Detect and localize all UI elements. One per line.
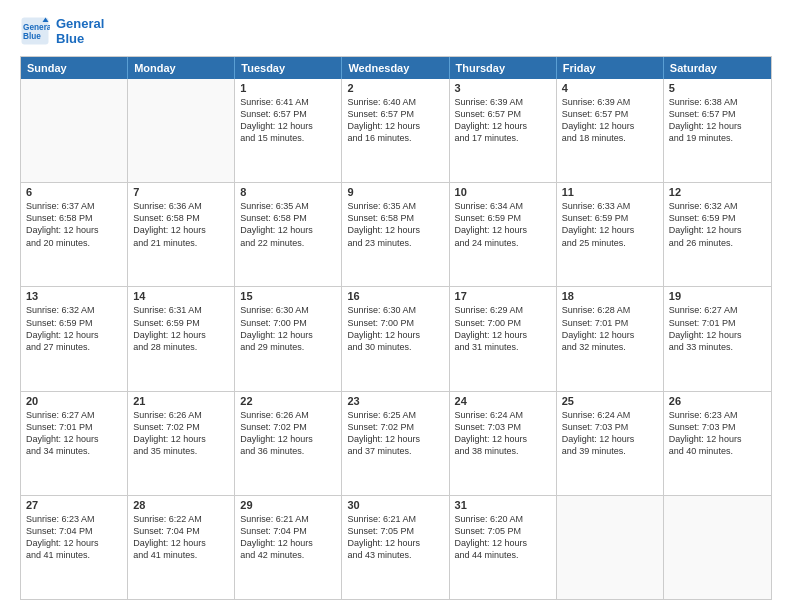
calendar-cell: 31Sunrise: 6:20 AM Sunset: 7:05 PM Dayli…	[450, 496, 557, 599]
day-number: 17	[455, 290, 551, 302]
day-number: 9	[347, 186, 443, 198]
day-info: Sunrise: 6:34 AM Sunset: 6:59 PM Dayligh…	[455, 200, 551, 249]
calendar-cell: 16Sunrise: 6:30 AM Sunset: 7:00 PM Dayli…	[342, 287, 449, 390]
calendar-cell: 28Sunrise: 6:22 AM Sunset: 7:04 PM Dayli…	[128, 496, 235, 599]
day-number: 25	[562, 395, 658, 407]
weekday-header: Monday	[128, 57, 235, 79]
day-info: Sunrise: 6:29 AM Sunset: 7:00 PM Dayligh…	[455, 304, 551, 353]
calendar-cell	[664, 496, 771, 599]
calendar-week-row: 13Sunrise: 6:32 AM Sunset: 6:59 PM Dayli…	[21, 286, 771, 390]
calendar-cell: 23Sunrise: 6:25 AM Sunset: 7:02 PM Dayli…	[342, 392, 449, 495]
day-info: Sunrise: 6:20 AM Sunset: 7:05 PM Dayligh…	[455, 513, 551, 562]
day-number: 23	[347, 395, 443, 407]
day-info: Sunrise: 6:32 AM Sunset: 6:59 PM Dayligh…	[26, 304, 122, 353]
calendar-cell: 4Sunrise: 6:39 AM Sunset: 6:57 PM Daylig…	[557, 79, 664, 182]
calendar-cell: 15Sunrise: 6:30 AM Sunset: 7:00 PM Dayli…	[235, 287, 342, 390]
day-info: Sunrise: 6:37 AM Sunset: 6:58 PM Dayligh…	[26, 200, 122, 249]
weekday-header: Thursday	[450, 57, 557, 79]
day-info: Sunrise: 6:26 AM Sunset: 7:02 PM Dayligh…	[240, 409, 336, 458]
calendar: SundayMondayTuesdayWednesdayThursdayFrid…	[20, 56, 772, 600]
calendar-cell: 13Sunrise: 6:32 AM Sunset: 6:59 PM Dayli…	[21, 287, 128, 390]
day-info: Sunrise: 6:39 AM Sunset: 6:57 PM Dayligh…	[562, 96, 658, 145]
calendar-cell: 6Sunrise: 6:37 AM Sunset: 6:58 PM Daylig…	[21, 183, 128, 286]
calendar-cell: 10Sunrise: 6:34 AM Sunset: 6:59 PM Dayli…	[450, 183, 557, 286]
day-number: 14	[133, 290, 229, 302]
calendar-week-row: 27Sunrise: 6:23 AM Sunset: 7:04 PM Dayli…	[21, 495, 771, 599]
calendar-cell: 11Sunrise: 6:33 AM Sunset: 6:59 PM Dayli…	[557, 183, 664, 286]
day-info: Sunrise: 6:39 AM Sunset: 6:57 PM Dayligh…	[455, 96, 551, 145]
day-number: 10	[455, 186, 551, 198]
day-info: Sunrise: 6:38 AM Sunset: 6:57 PM Dayligh…	[669, 96, 766, 145]
day-info: Sunrise: 6:26 AM Sunset: 7:02 PM Dayligh…	[133, 409, 229, 458]
day-number: 28	[133, 499, 229, 511]
day-number: 30	[347, 499, 443, 511]
day-number: 15	[240, 290, 336, 302]
calendar-cell	[557, 496, 664, 599]
logo-text-blue: Blue	[56, 31, 104, 46]
day-info: Sunrise: 6:27 AM Sunset: 7:01 PM Dayligh…	[669, 304, 766, 353]
day-number: 31	[455, 499, 551, 511]
calendar-cell: 5Sunrise: 6:38 AM Sunset: 6:57 PM Daylig…	[664, 79, 771, 182]
weekday-header: Sunday	[21, 57, 128, 79]
day-number: 12	[669, 186, 766, 198]
day-info: Sunrise: 6:23 AM Sunset: 7:03 PM Dayligh…	[669, 409, 766, 458]
day-number: 19	[669, 290, 766, 302]
day-number: 4	[562, 82, 658, 94]
calendar-cell: 8Sunrise: 6:35 AM Sunset: 6:58 PM Daylig…	[235, 183, 342, 286]
day-number: 29	[240, 499, 336, 511]
calendar-cell: 2Sunrise: 6:40 AM Sunset: 6:57 PM Daylig…	[342, 79, 449, 182]
calendar-week-row: 6Sunrise: 6:37 AM Sunset: 6:58 PM Daylig…	[21, 182, 771, 286]
svg-text:General: General	[23, 23, 50, 32]
day-number: 6	[26, 186, 122, 198]
day-info: Sunrise: 6:21 AM Sunset: 7:05 PM Dayligh…	[347, 513, 443, 562]
calendar-cell: 3Sunrise: 6:39 AM Sunset: 6:57 PM Daylig…	[450, 79, 557, 182]
day-info: Sunrise: 6:31 AM Sunset: 6:59 PM Dayligh…	[133, 304, 229, 353]
day-number: 26	[669, 395, 766, 407]
page: General Blue General Blue SundayMondayTu…	[0, 0, 792, 612]
header: General Blue General Blue	[20, 16, 772, 46]
day-info: Sunrise: 6:32 AM Sunset: 6:59 PM Dayligh…	[669, 200, 766, 249]
calendar-cell	[128, 79, 235, 182]
day-info: Sunrise: 6:33 AM Sunset: 6:59 PM Dayligh…	[562, 200, 658, 249]
calendar-cell: 19Sunrise: 6:27 AM Sunset: 7:01 PM Dayli…	[664, 287, 771, 390]
day-info: Sunrise: 6:27 AM Sunset: 7:01 PM Dayligh…	[26, 409, 122, 458]
logo-text-general: General	[56, 16, 104, 31]
calendar-header: SundayMondayTuesdayWednesdayThursdayFrid…	[21, 57, 771, 79]
day-number: 11	[562, 186, 658, 198]
day-info: Sunrise: 6:23 AM Sunset: 7:04 PM Dayligh…	[26, 513, 122, 562]
day-info: Sunrise: 6:30 AM Sunset: 7:00 PM Dayligh…	[347, 304, 443, 353]
calendar-cell: 26Sunrise: 6:23 AM Sunset: 7:03 PM Dayli…	[664, 392, 771, 495]
calendar-cell: 27Sunrise: 6:23 AM Sunset: 7:04 PM Dayli…	[21, 496, 128, 599]
calendar-cell: 29Sunrise: 6:21 AM Sunset: 7:04 PM Dayli…	[235, 496, 342, 599]
day-number: 3	[455, 82, 551, 94]
calendar-week-row: 20Sunrise: 6:27 AM Sunset: 7:01 PM Dayli…	[21, 391, 771, 495]
day-info: Sunrise: 6:35 AM Sunset: 6:58 PM Dayligh…	[240, 200, 336, 249]
day-number: 8	[240, 186, 336, 198]
calendar-cell: 20Sunrise: 6:27 AM Sunset: 7:01 PM Dayli…	[21, 392, 128, 495]
day-number: 18	[562, 290, 658, 302]
weekday-header: Saturday	[664, 57, 771, 79]
calendar-cell: 21Sunrise: 6:26 AM Sunset: 7:02 PM Dayli…	[128, 392, 235, 495]
day-info: Sunrise: 6:40 AM Sunset: 6:57 PM Dayligh…	[347, 96, 443, 145]
calendar-cell: 17Sunrise: 6:29 AM Sunset: 7:00 PM Dayli…	[450, 287, 557, 390]
calendar-cell	[21, 79, 128, 182]
day-info: Sunrise: 6:30 AM Sunset: 7:00 PM Dayligh…	[240, 304, 336, 353]
day-info: Sunrise: 6:28 AM Sunset: 7:01 PM Dayligh…	[562, 304, 658, 353]
weekday-header: Wednesday	[342, 57, 449, 79]
logo-icon: General Blue	[20, 16, 50, 46]
day-info: Sunrise: 6:25 AM Sunset: 7:02 PM Dayligh…	[347, 409, 443, 458]
calendar-cell: 9Sunrise: 6:35 AM Sunset: 6:58 PM Daylig…	[342, 183, 449, 286]
day-info: Sunrise: 6:41 AM Sunset: 6:57 PM Dayligh…	[240, 96, 336, 145]
day-info: Sunrise: 6:24 AM Sunset: 7:03 PM Dayligh…	[562, 409, 658, 458]
svg-text:Blue: Blue	[23, 32, 41, 41]
day-number: 2	[347, 82, 443, 94]
calendar-week-row: 1Sunrise: 6:41 AM Sunset: 6:57 PM Daylig…	[21, 79, 771, 182]
calendar-cell: 7Sunrise: 6:36 AM Sunset: 6:58 PM Daylig…	[128, 183, 235, 286]
day-info: Sunrise: 6:35 AM Sunset: 6:58 PM Dayligh…	[347, 200, 443, 249]
day-info: Sunrise: 6:36 AM Sunset: 6:58 PM Dayligh…	[133, 200, 229, 249]
calendar-cell: 18Sunrise: 6:28 AM Sunset: 7:01 PM Dayli…	[557, 287, 664, 390]
calendar-cell: 1Sunrise: 6:41 AM Sunset: 6:57 PM Daylig…	[235, 79, 342, 182]
day-number: 20	[26, 395, 122, 407]
day-number: 1	[240, 82, 336, 94]
day-number: 21	[133, 395, 229, 407]
